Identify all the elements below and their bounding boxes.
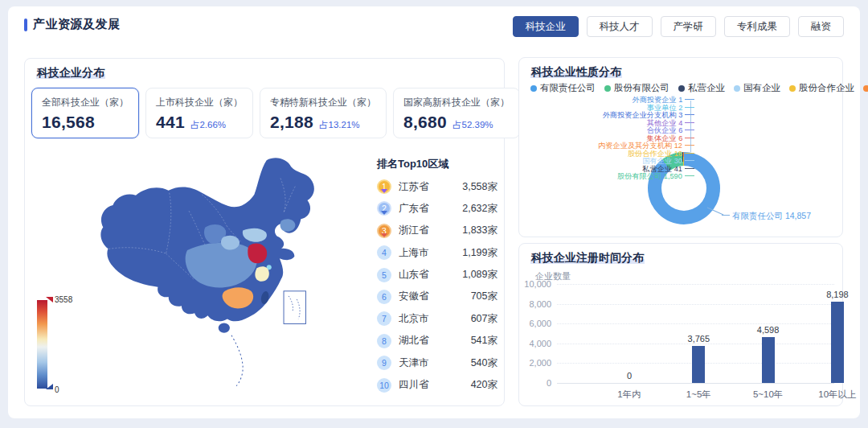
tab-tech-talent[interactable]: 科技人才 — [587, 16, 653, 37]
tab-financing[interactable]: 融资 — [798, 16, 844, 37]
legend-label: 国有企业 — [743, 82, 780, 94]
tab-tech-enterprise[interactable]: 科技企业 — [513, 16, 579, 37]
pie-label-text: 私营企业 41 — [642, 165, 682, 172]
pie-label-row: 内资企业及其分支机构 12 — [519, 142, 694, 150]
rank-region-value: 607家 — [471, 312, 497, 326]
panel-title-distribution: 科技企业分布 — [36, 66, 105, 80]
x-category-label: 1~5年 — [670, 389, 727, 401]
rank-number-icon: 8 — [377, 334, 391, 348]
pie-labels: 外商投资企业 1事业单位 2外商投资企业分支机构 3其他企业 4合伙企业 6集体… — [519, 96, 694, 180]
bar-value-label: 3,765 — [674, 334, 723, 344]
rank-region-name: 浙江省 — [399, 224, 462, 237]
pie-label-line — [685, 160, 694, 161]
legend-items: 有限责任公司股份有限公司私营企业国有企业股份合作企业内 — [530, 82, 868, 94]
table-row: 4上海市1,199家 — [377, 245, 497, 260]
legend-item-0[interactable]: 有限责任公司 — [530, 82, 596, 94]
scale-min-marker-icon — [46, 384, 53, 389]
bar-value-label: 0 — [605, 371, 653, 381]
stat-card-valrow: 8,680占52.39% — [403, 113, 510, 132]
rank-region-name: 天津市 — [399, 356, 471, 370]
pie-label-line — [685, 114, 694, 115]
china-choropleth-map[interactable] — [91, 154, 377, 397]
legend-item-4[interactable]: 股份合作企业 — [789, 82, 854, 94]
legend-item-2[interactable]: 私营企业 — [678, 82, 725, 94]
y-tick-label: 2,000 — [519, 358, 551, 368]
stat-card-valrow: 16,568 — [42, 113, 129, 132]
stat-card-value: 8,680 — [403, 113, 447, 132]
pie-label-text: 外商投资企业分支机构 3 — [602, 111, 682, 118]
legend-dot-icon — [678, 85, 685, 92]
bar-3 — [831, 302, 844, 383]
rank-region-name: 四川省 — [399, 378, 471, 392]
pie-label-row: 股份有限公司 1,590 — [519, 172, 694, 180]
map-color-scale: 3558 0 — [37, 295, 93, 393]
pie-label-line — [685, 130, 694, 130]
tab-industry-academia[interactable]: 产学研 — [661, 16, 717, 37]
rank-region-name: 北京市 — [399, 312, 471, 326]
rank-region-name: 安徽省 — [399, 290, 471, 303]
rank-number-icon: 6 — [377, 290, 391, 304]
bar-value-label: 8,198 — [813, 290, 862, 299]
table-row: 7北京市607家 — [377, 311, 497, 326]
legend-label: 股份有限公司 — [614, 82, 669, 94]
legend-item-5[interactable]: 内 — [863, 82, 868, 94]
table-row: 1江苏省3,558家 — [377, 179, 497, 194]
tab-bar: 科技企业科技人才产学研专利成果融资 — [513, 16, 845, 37]
pie-label-line — [685, 138, 694, 138]
y-tick-label: 0 — [519, 378, 551, 388]
dashboard-page: 产业资源及发展 科技企业科技人才产学研专利成果融资 科技企业分布 全部科技企业（… — [0, 0, 868, 428]
medal-icon: 1 — [377, 179, 391, 194]
table-row: 5山东省1,089家 — [377, 268, 497, 282]
stat-card-pct: 占13.21% — [319, 119, 360, 131]
stat-card-value: 441 — [156, 113, 185, 132]
rank-region-name: 江苏省 — [399, 180, 462, 194]
stat-card-3[interactable]: 国家高新科技企业（家）8,680占52.39% — [393, 88, 520, 138]
pie-label-text: 集体企业 6 — [647, 134, 682, 142]
scale-max-label: 3558 — [55, 295, 72, 304]
pie-label-text: 事业单位 2 — [647, 104, 682, 111]
stat-card-2[interactable]: 专精特新科技企业（家）2,188占13.21% — [260, 88, 387, 138]
ranking-title: 排名Top10区域 — [377, 157, 497, 171]
rank-region-value: 3,558家 — [462, 180, 497, 194]
stat-card-label: 专精特新科技企业（家） — [270, 96, 376, 109]
tab-patent-results[interactable]: 专利成果 — [724, 16, 790, 37]
color-gradient-bar — [37, 300, 47, 389]
stat-card-valrow: 2,188占13.21% — [270, 113, 376, 132]
rank-number-icon: 4 — [377, 245, 391, 260]
rank-number-icon: 5 — [377, 268, 391, 282]
rank-region-value: 1,833家 — [462, 224, 497, 237]
x-category-label: 1年内 — [601, 389, 657, 401]
page-title: 产业资源及发展 — [33, 17, 121, 32]
registration-time-panel: 科技企业注册时间分布 企业数量 10,0008,0006,0004,0002,0… — [518, 243, 843, 406]
pie-label-text: 外商投资企业 1 — [632, 96, 682, 103]
pie-main-connector2 — [722, 215, 730, 216]
legend-item-1[interactable]: 股份有限公司 — [604, 82, 669, 94]
pie-label-row: 外商投资企业 1 — [519, 96, 694, 104]
rank-region-value: 540家 — [471, 356, 497, 370]
scale-min-label: 0 — [55, 385, 59, 394]
bar-chart-plot: 01年内3,7651~5年4,5985~10年8,19810年以上 — [557, 284, 834, 383]
stat-card-0[interactable]: 全部科技企业（家）16,568 — [31, 88, 139, 138]
map-region-zhejiang — [255, 266, 268, 281]
table-row: 3浙江省1,833家 — [377, 224, 497, 238]
title-accent-bar — [24, 19, 27, 31]
pie-label-text: 国有企业 30 — [642, 157, 682, 164]
map-inset-box — [284, 291, 305, 324]
map-region-liaoning — [280, 219, 296, 231]
top10-ranking: 排名Top10区域 1江苏省3,558家2广东省2,632家3浙江省1,833家… — [377, 157, 497, 400]
rank-region-value: 420家 — [471, 378, 497, 392]
pie-main-label: 有限责任公司 14,857 — [732, 211, 811, 222]
legend-item-3[interactable]: 国有企业 — [734, 82, 780, 94]
stat-card-label: 国家高新科技企业（家） — [403, 96, 510, 109]
pie-label-line — [685, 145, 694, 146]
stat-card-1[interactable]: 上市科技企业（家）441占2.66% — [145, 88, 253, 138]
table-row: 9天津市540家 — [377, 356, 497, 370]
pie-label-line — [685, 107, 694, 108]
rank-number-icon: 7 — [377, 311, 391, 326]
pie-label-line — [685, 175, 694, 176]
pie-label-text: 其他企业 4 — [647, 119, 682, 126]
x-category-label: 5~10年 — [740, 389, 796, 401]
pie-label-text: 内资企业及其分支机构 12 — [598, 142, 682, 149]
legend-dot-icon — [789, 85, 796, 92]
legend-dot-icon — [530, 85, 537, 92]
